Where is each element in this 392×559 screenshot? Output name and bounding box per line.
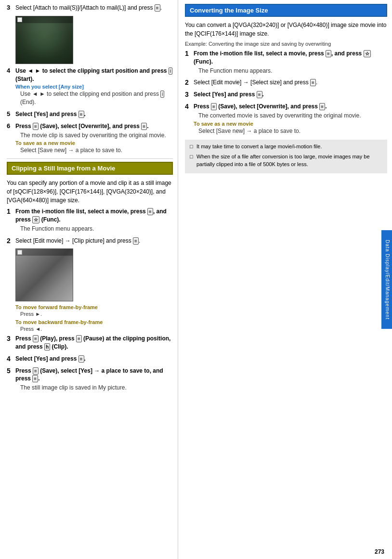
r-step2-num: 2 <box>185 78 194 86</box>
bwd-frame-label: To move backward frame-by-frame <box>15 319 173 325</box>
step5-content: Select [Yes] and press ≡. <box>15 110 173 119</box>
image-statusbar2: ▐ PAUSE ▌ 00:00:00/00:00:00 <box>16 301 73 301</box>
step4-content: Use ◄ ► to select the clipping start pos… <box>15 67 173 107</box>
r-step4-sub: The converted movie is saved by overwrit… <box>198 112 387 120</box>
menu-icon-rs2: ≡ <box>310 79 316 86</box>
r-step2-block: 2 Select [Edit movie] → [Select size] an… <box>185 78 387 88</box>
s2-step1-num: 1 <box>7 208 15 215</box>
s2-step4-block: 4 Select [Yes] and press ≡. <box>7 355 173 364</box>
step3-content: Select [Attach to mail(S)]/[Attach to ma… <box>15 4 173 13</box>
sidebar-tab: Data Display/Edit/Management <box>381 230 392 329</box>
r-step3-num: 3 <box>185 91 194 98</box>
menu-icon-rs4: ≡ <box>319 103 325 110</box>
bwd-frame-detail: Press ◄. <box>20 325 173 333</box>
step4-num: 4 <box>7 67 15 74</box>
save-icon-rs4: ≡ <box>211 103 217 110</box>
image-statusbar: ▐ PAUSE ▌ 00:00:00/00:00:00 <box>16 64 73 64</box>
s2-step4-text: Select [Yes] and press ≡. <box>15 355 173 363</box>
r-step1-block: 1 From the i-motion file list, select a … <box>185 50 387 76</box>
info-box: □ It may take time to convert a large mo… <box>185 140 387 173</box>
s2-step3-content: Press ≡ (Play), press ≡ (Pause) at the c… <box>15 335 173 352</box>
s2-step1-content: From the i-motion file list, select a mo… <box>15 208 173 234</box>
step5-block: 5 Select [Yes] and press ≡. <box>7 110 173 119</box>
movie-frame <box>16 249 73 301</box>
r-step1-text: From the i-motion file list, select a mo… <box>194 50 387 66</box>
cat-image <box>16 16 73 64</box>
s2-step2-content: Select [Edit movie] → [Clip picture] and… <box>15 237 173 246</box>
r-step1-sub: The Function menu appears. <box>198 67 387 75</box>
example-text: Example: Converting the image size and s… <box>185 41 387 47</box>
r-step4-save-detail: Select [Save new] → a place to save to. <box>198 127 387 135</box>
step4-block: 4 Use ◄ ► to select the clipping start p… <box>7 67 173 107</box>
i-icon-step4b: i <box>160 91 164 98</box>
r-step4-num: 4 <box>185 103 194 110</box>
section2-body: You can specify any portion of a movie a… <box>7 179 173 205</box>
step3-num: 3 <box>7 4 15 11</box>
s2-step5-num: 5 <box>7 367 15 375</box>
s2-step5-text: Press ≡ (Save), select [Yes] → a place t… <box>15 367 173 383</box>
section-divider <box>7 158 173 159</box>
info-box-item1: □ It may take time to convert a large mo… <box>190 143 382 151</box>
menu-icon-step3: ≡ <box>155 4 160 12</box>
status-icon <box>17 17 22 22</box>
s2-step4-content: Select [Yes] and press ≡. <box>15 355 173 364</box>
s2-step1-sub: The Function menu appears. <box>20 225 173 233</box>
section2-header: Clipping a Still Image from a Movie <box>7 162 173 175</box>
step6-save-detail: Select [Save new] → a place to save to. <box>20 146 173 155</box>
s2-step1-text: From the i-motion file list, select a mo… <box>15 208 173 224</box>
step4-sub-content: Use ◄ ► to select the clipping end posit… <box>20 90 173 106</box>
step4-sub-note: When you select [Any size] <box>15 84 173 90</box>
s2-step1-block: 1 From the i-motion file list, select a … <box>7 208 173 234</box>
s2-step3-num: 3 <box>7 335 15 342</box>
s2-step2-text: Select [Edit movie] → [Clip picture] and… <box>15 237 173 245</box>
menu-icon-s2s2: ≡ <box>133 237 139 245</box>
left-column: 3 Select [Attach to mail(S)]/[Attach to … <box>0 0 178 559</box>
status-icon2 <box>17 250 22 255</box>
menu-icon-rs1: ≡ <box>326 50 331 57</box>
r-step3-text: Select [Yes] and press ≡. <box>194 91 387 99</box>
frame-notes: To move forward frame-by-frame Press ►. … <box>15 304 173 333</box>
phone-image-1: ▐ PAUSE ▌ 00:00:00/00:00:00 <box>15 16 73 64</box>
step6-sub: The movie clip is saved by overwriting t… <box>20 131 173 140</box>
fwd-frame-label: To move forward frame-by-frame <box>15 304 173 310</box>
save-icon-s2s5: ≡ <box>33 367 39 375</box>
play-icon-s2s3: ≡ <box>33 335 39 342</box>
info-text1: It may take time to convert a large movi… <box>196 143 322 151</box>
r-step3-content: Select [Yes] and press ≡. <box>194 91 387 100</box>
section1-header: Converting the Image Size <box>185 4 387 17</box>
menu-icon-step6: ≡ <box>141 123 147 130</box>
r-step2-text: Select [Edit movie] → [Select size] and … <box>194 78 387 87</box>
image-topbar2 <box>16 249 73 256</box>
section1-body: You can convert a [QVGA(320×240)] or [VG… <box>185 21 387 38</box>
func-icon-s2s1: ☆ <box>32 216 39 223</box>
clip-icon-s2s3: h <box>44 343 50 351</box>
step6-num: 6 <box>7 122 15 130</box>
r-step4-save-note: To save as a new movie <box>194 121 387 127</box>
i-icon-step4: i <box>169 67 172 75</box>
s2-step3-text: Press ≡ (Play), press ≡ (Pause) at the c… <box>15 335 173 351</box>
step6-content: Press ≡ (Save), select [Overwrite], and … <box>15 122 173 156</box>
menu-icon-s2s4: ≡ <box>78 355 84 363</box>
step6-text: Press ≡ (Save), select [Overwrite], and … <box>15 122 173 130</box>
menu-icon-rs3: ≡ <box>257 91 262 98</box>
page-number: 273 <box>375 548 384 555</box>
s2-step4-num: 4 <box>7 355 15 363</box>
pause-icon-s2s3: ≡ <box>76 335 82 342</box>
info-bullet1: □ <box>190 143 196 151</box>
s2-step5-block: 5 Press ≡ (Save), select [Yes] → a place… <box>7 367 173 393</box>
s2-step5-sub: The still image clip is saved in My pict… <box>20 384 173 392</box>
info-box-item2: □ When the size of a file after conversi… <box>190 153 382 169</box>
s2-step3-block: 3 Press ≡ (Play), press ≡ (Pause) at the… <box>7 335 173 352</box>
step3-block: 3 Select [Attach to mail(S)]/[Attach to … <box>7 4 173 13</box>
r-step3-block: 3 Select [Yes] and press ≡. <box>185 91 387 100</box>
s2-step2-num: 2 <box>7 237 15 245</box>
menu-icon-s2s1: ≡ <box>147 208 153 215</box>
fwd-frame-detail: Press ►. <box>20 311 173 318</box>
step6-save-note: To save as a new movie <box>15 140 173 146</box>
page-container: 3 Select [Attach to mail(S)]/[Attach to … <box>0 0 392 559</box>
info-bullet2: □ <box>190 153 196 161</box>
phone-image-2: ▐ PAUSE ▌ 00:00:00/00:00:00 <box>15 248 73 301</box>
r-step4-block: 4 Press ≡ (Save), select [Overwrite], an… <box>185 103 387 136</box>
menu-icon-step5: ≡ <box>78 111 84 118</box>
r-step4-text: Press ≡ (Save), select [Overwrite], and … <box>194 103 387 111</box>
